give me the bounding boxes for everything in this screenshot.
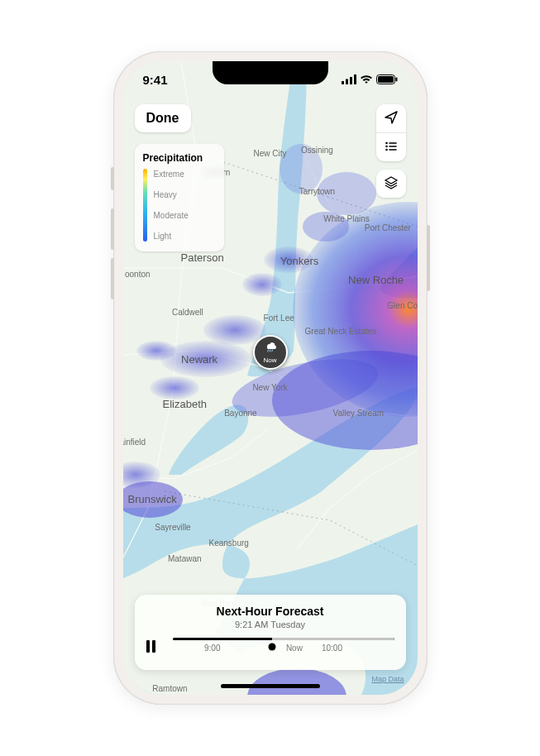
list-icon	[384, 139, 399, 156]
battery-icon	[376, 74, 398, 84]
map-place-label: Fort Lee	[264, 313, 294, 323]
map-place-label: Valley Stream	[333, 409, 385, 418]
map-place-label: Tarrytown	[299, 187, 335, 196]
map-place-label: New Roche	[348, 274, 404, 286]
svg-rect-3	[354, 74, 356, 84]
status-time: 9:41	[143, 73, 168, 87]
svg-line-25	[271, 350, 272, 352]
pin-label: Now	[263, 356, 276, 364]
svg-point-14	[136, 341, 176, 361]
precipitation-legend: Precipitation Extreme Heavy Moderate Lig…	[135, 144, 224, 251]
next-hour-forecast-card: Next-Hour Forecast 9:21 AM Tuesday 9:00 …	[135, 595, 406, 670]
timeline-tick: 9:00	[204, 644, 220, 653]
locations-list-button[interactable]	[376, 133, 406, 161]
map-place-label: New York	[252, 383, 287, 392]
map-place-label: Matawan	[168, 554, 202, 563]
timeline-scrubber[interactable]: 9:00 Now 10:00	[173, 638, 394, 655]
pause-icon	[146, 640, 150, 653]
legend-level: Extreme	[154, 170, 189, 179]
timeline-tick: 10:00	[322, 644, 342, 653]
svg-rect-5	[378, 76, 394, 83]
legend-gradient	[143, 169, 147, 242]
legend-level: Light	[154, 232, 189, 241]
legend-level: Moderate	[154, 211, 189, 220]
location-arrow-icon	[384, 110, 399, 127]
map-place-label: Glen Co	[387, 300, 417, 309]
map-attribution-link[interactable]: Map Data	[371, 675, 404, 683]
map-place-label: Caldwell	[172, 307, 203, 316]
svg-line-24	[270, 350, 270, 352]
home-indicator[interactable]	[221, 684, 320, 688]
svg-rect-6	[395, 78, 397, 82]
map-place-label: Newark	[181, 353, 217, 366]
layers-icon	[384, 175, 399, 193]
forecast-subtitle: 9:21 AM Tuesday	[146, 620, 394, 629]
map-place-label: Bayonne	[224, 409, 256, 418]
forecast-title: Next-Hour Forecast	[146, 605, 394, 618]
svg-line-23	[267, 350, 268, 352]
svg-point-16	[242, 273, 282, 296]
legend-level: Heavy	[154, 190, 189, 199]
wifi-icon	[360, 74, 373, 84]
map-place-label: oonton	[125, 269, 151, 278]
svg-point-26	[385, 141, 388, 144]
svg-point-13	[150, 376, 199, 400]
device-notch	[213, 61, 328, 84]
map-place-label: Keansburg	[208, 538, 248, 548]
map-place-label: Elizabeth	[163, 397, 207, 409]
map-place-label: Ossining	[301, 146, 333, 155]
legend-title: Precipitation	[143, 152, 216, 164]
map-place-label: Yonkers	[280, 255, 319, 267]
cloud-rain-icon	[263, 341, 278, 356]
map-place-label: Port Chester	[365, 222, 411, 232]
map-place-label: Sayreville	[155, 523, 190, 532]
map-place-label: Brunswick	[127, 492, 176, 505]
svg-rect-1	[346, 79, 348, 85]
map-place-label: Great Neck Estates	[305, 326, 377, 335]
map-place-label: Paterson	[181, 251, 224, 264]
done-button[interactable]: Done	[135, 104, 191, 132]
svg-point-27	[385, 145, 388, 147]
pause-icon	[152, 640, 155, 653]
svg-rect-0	[342, 81, 344, 84]
map-place-label: White Plains	[323, 213, 370, 222]
cellular-icon	[342, 74, 356, 84]
map-place-label: Ramtown	[152, 684, 187, 693]
current-location-pin[interactable]: Now	[253, 335, 288, 370]
map-place-label: New City	[253, 149, 286, 158]
svg-point-28	[385, 148, 388, 151]
pause-button[interactable]	[146, 640, 163, 653]
map-place-label: lainfield	[123, 437, 146, 446]
map-layers-button[interactable]	[376, 170, 406, 198]
timeline-tick: Now	[286, 644, 303, 653]
locate-me-button[interactable]	[376, 104, 406, 132]
svg-rect-2	[350, 77, 352, 84]
